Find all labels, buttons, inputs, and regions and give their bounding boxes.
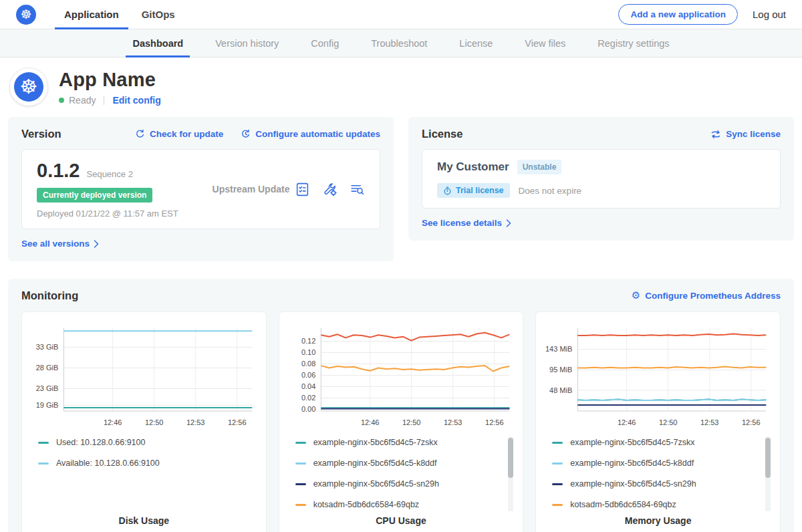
preflight-checks-icon[interactable]: [295, 182, 310, 197]
see-all-versions-label: See all versions: [21, 239, 90, 249]
svg-text:12:56: 12:56: [742, 418, 761, 426]
tab-dashboard[interactable]: Dashboard: [126, 29, 190, 57]
configure-prometheus-link[interactable]: ⚙ Configure Prometheus Address: [632, 291, 781, 301]
chart-legend: example-nginx-5bc6f5d4c5-7zskxexample-ng…: [295, 438, 502, 509]
configure-automatic-updates-link[interactable]: Configure automatic updates: [241, 129, 380, 139]
logout-button[interactable]: Log out: [753, 9, 786, 20]
version-card: Version Check for update: [8, 117, 394, 261]
tab-config[interactable]: Config: [304, 29, 346, 57]
scrollbar-thumb[interactable]: [765, 438, 771, 478]
currently-deployed-badge: Currently deployed version: [37, 188, 152, 203]
tab-registry-settings[interactable]: Registry settings: [591, 29, 676, 57]
legend-swatch-icon: [552, 483, 563, 485]
tab-view-files-label: View files: [525, 38, 565, 49]
edit-config-link[interactable]: Edit config: [112, 95, 160, 106]
see-license-details-link[interactable]: See license details: [422, 218, 511, 228]
refresh-icon: [135, 129, 145, 139]
legend-swatch-icon: [552, 442, 563, 444]
add-new-application-button[interactable]: Add a new application: [618, 4, 738, 25]
tab-gitops[interactable]: GitOps: [132, 0, 184, 29]
tab-version-history[interactable]: Version history: [209, 29, 285, 57]
svg-text:0.06: 0.06: [301, 371, 315, 379]
license-expiry: Does not expire: [519, 186, 582, 196]
version-heading: Version: [21, 128, 61, 140]
sync-license-label: Sync license: [726, 129, 781, 139]
app-logo: ☸: [9, 68, 48, 106]
clock-refresh-icon: [241, 129, 251, 139]
legend-scrollbar[interactable]: [765, 436, 771, 511]
svg-text:0.04: 0.04: [301, 382, 315, 390]
legend-item: example-nginx-5bc6f5d4c5-sn29h: [295, 479, 502, 489]
configure-automatic-updates-label: Configure automatic updates: [255, 129, 380, 139]
app-header: ☸ App Name Ready Edit config: [0, 57, 802, 116]
memory-usage-card: 48 MiB95 MiB143 MiB12:4612:5012:5312:56 …: [535, 311, 781, 532]
memory-usage-chart: 48 MiB95 MiB143 MiB12:4612:5012:5312:56: [543, 321, 773, 430]
kubernetes-app-icon: ☸: [14, 72, 43, 102]
chart-legend: example-nginx-5bc6f5d4c5-7zskxexample-ng…: [552, 438, 759, 509]
view-files-icon[interactable]: [350, 182, 365, 197]
tab-registry-settings-label: Registry settings: [597, 38, 669, 49]
tab-config-label: Config: [311, 38, 339, 49]
svg-text:12:53: 12:53: [700, 418, 719, 426]
chevron-right-icon: [94, 240, 99, 248]
legend-item: Used: 10.128.0.66:9100: [38, 438, 245, 447]
legend-label: example-nginx-5bc6f5d4c5-7zskx: [570, 438, 694, 447]
svg-text:12:50: 12:50: [402, 418, 421, 426]
see-all-versions-link[interactable]: See all versions: [21, 239, 99, 249]
config-wrench-icon[interactable]: [322, 182, 338, 197]
tab-application-label: Application: [64, 9, 119, 20]
disk-usage-chart: 19 GiB23 GiB28 GiB33 GiB12:4612:5012:531…: [29, 321, 259, 430]
svg-text:0.00: 0.00: [301, 405, 315, 413]
svg-text:33 GiB: 33 GiB: [36, 343, 59, 351]
svg-text:0.12: 0.12: [301, 337, 315, 345]
disk-usage-card: 19 GiB23 GiB28 GiB33 GiB12:4612:5012:531…: [21, 311, 267, 532]
page-title: App Name: [59, 69, 161, 91]
svg-text:23 GiB: 23 GiB: [36, 384, 59, 392]
legend-swatch-icon: [295, 483, 306, 485]
legend-label: kotsadm-5db6dc6584-69qbz: [313, 500, 419, 509]
tab-license[interactable]: License: [452, 29, 499, 57]
sync-license-link[interactable]: Sync license: [710, 129, 781, 139]
chart-title: CPU Usage: [286, 511, 517, 529]
legend-item: Available: 10.128.0.66:9100: [38, 458, 245, 468]
customer-name: My Customer: [437, 160, 509, 174]
monitoring-card: Monitoring ⚙ Configure Prometheus Addres…: [8, 279, 794, 532]
top-nav-tabs: Application GitOps: [55, 0, 188, 29]
legend-label: example-nginx-5bc6f5d4c5-sn29h: [313, 479, 439, 489]
update-type-label: Upstream Update: [207, 184, 295, 194]
legend-scrollbar[interactable]: [508, 436, 513, 511]
license-panel: My Customer Unstable Trial license Does …: [422, 149, 781, 209]
chart-title: Disk Usage: [29, 511, 259, 529]
svg-text:0.02: 0.02: [301, 394, 315, 402]
see-license-details-label: See license details: [422, 218, 502, 228]
chart-legend: Used: 10.128.0.66:9100Available: 10.128.…: [38, 438, 245, 468]
tab-gitops-label: GitOps: [142, 9, 175, 20]
legend-label: Used: 10.128.0.66:9100: [56, 438, 145, 447]
status-dot-icon: [59, 98, 64, 103]
legend-item: kotsadm-5db6dc6584-69qbz: [552, 500, 759, 509]
svg-text:0.08: 0.08: [301, 360, 315, 368]
svg-text:28 GiB: 28 GiB: [36, 364, 59, 372]
svg-text:12:53: 12:53: [444, 418, 462, 426]
svg-text:12:46: 12:46: [618, 418, 636, 426]
svg-text:19 GiB: 19 GiB: [36, 401, 59, 409]
version-number: 0.1.2: [37, 160, 80, 182]
svg-text:12:56: 12:56: [485, 418, 504, 426]
channel-badge: Unstable: [517, 160, 562, 174]
svg-text:12:50: 12:50: [659, 418, 678, 426]
cpu-usage-card: 0.000.020.040.060.080.100.1212:4612:5012…: [279, 311, 524, 532]
legend-swatch-icon: [295, 462, 306, 464]
chart-title: Memory Usage: [543, 511, 773, 529]
divider: [104, 96, 104, 105]
stopwatch-icon: [443, 186, 452, 195]
tab-view-files[interactable]: View files: [518, 29, 572, 57]
tab-application[interactable]: Application: [55, 0, 128, 29]
check-for-update-link[interactable]: Check for update: [135, 129, 223, 139]
legend-label: kotsadm-5db6dc6584-69qbz: [570, 500, 676, 509]
legend-swatch-icon: [295, 442, 306, 444]
legend-item: example-nginx-5bc6f5d4c5-k8ddf: [552, 458, 759, 468]
scrollbar-thumb[interactable]: [508, 438, 513, 478]
legend-swatch-icon: [38, 462, 49, 464]
svg-text:12:46: 12:46: [361, 418, 380, 426]
tab-troubleshoot[interactable]: Troubleshoot: [364, 29, 434, 57]
